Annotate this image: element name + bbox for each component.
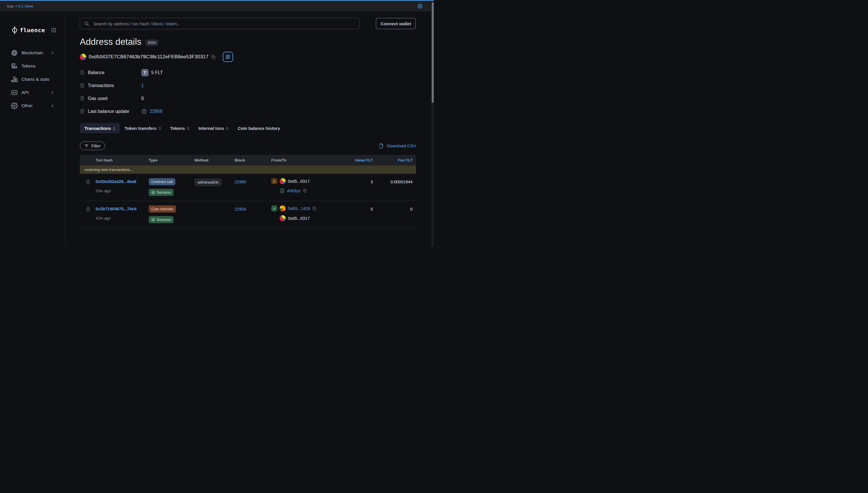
api-icon: API <box>11 89 18 96</box>
to-address-avatar <box>279 215 285 221</box>
col-fee-flt[interactable]: Fee FLT <box>398 158 416 162</box>
txn-type-tag: Contract call <box>149 178 175 185</box>
main-content: Connect wallet Address details EOA 0xd50… <box>65 12 434 245</box>
tab-transactions[interactable]: Transactions 1 <box>80 123 120 133</box>
tab-label: Tokens <box>170 126 185 131</box>
sidebar-item-label: Blockchain <box>22 50 43 56</box>
balance-value: 5 FLT <box>151 70 163 75</box>
svg-text:csv: csv <box>379 147 382 149</box>
block-link[interactable]: 22980 <box>234 179 246 184</box>
info-row-gas-used: Gas used 0 <box>80 92 416 105</box>
tab-label: Internal txns <box>198 126 224 131</box>
tab-count: 0 <box>187 126 189 131</box>
filter-button[interactable]: Filter <box>80 141 105 150</box>
txn-type-tag: Coin transfer <box>149 206 176 213</box>
tab-tokens[interactable]: Tokens 0 <box>166 123 194 133</box>
search-box <box>80 18 360 29</box>
tab-label: Coin balance history <box>238 126 280 131</box>
tx-info-icon[interactable] <box>80 207 92 212</box>
gas-value: < 0.1 Gwei <box>15 4 33 8</box>
gas-used-label: Gas used <box>88 96 107 101</box>
sidebar-item-api[interactable]: API API <box>0 87 65 98</box>
gear-icon <box>11 102 18 109</box>
copy-icon[interactable] <box>303 189 307 193</box>
tx-info-icon[interactable] <box>80 179 92 185</box>
coins-icon <box>11 63 18 69</box>
last-balance-update-label: Last balance update <box>88 109 129 114</box>
transactions-table: Txn hash Type Method Block From/To Value… <box>80 155 416 229</box>
success-check-icon <box>151 191 155 194</box>
topbar: Gas < 0.1 Gwei <box>0 0 434 12</box>
info-hint-icon[interactable] <box>80 70 85 75</box>
txn-status-tag: Success <box>149 189 174 196</box>
table-row: 0x3b71904875...74cb 42m ago Coin transfe… <box>80 201 416 229</box>
sidebar-item-tokens[interactable]: Tokens <box>0 60 65 72</box>
address-avatar <box>80 54 86 60</box>
csv-file-icon: csv <box>378 143 384 149</box>
scrollbar-thumb[interactable] <box>432 2 434 103</box>
copy-address-icon[interactable] <box>211 55 216 60</box>
tab-coin-balance-history[interactable]: Coin balance history <box>233 123 285 133</box>
txn-fee: 0.00001944 <box>390 179 416 184</box>
fluence-logo-icon[interactable] <box>11 26 18 35</box>
txn-value: 3 <box>370 179 373 184</box>
transactions-label: Transactions <box>88 83 114 88</box>
info-hint-icon[interactable] <box>80 83 85 88</box>
tab-label: Transactions <box>84 126 111 131</box>
tab-count: 1 <box>113 126 115 131</box>
block-link[interactable]: 22959 <box>234 207 246 211</box>
tab-label: Token transfers <box>124 126 156 131</box>
txn-method-tag: withdrawEth <box>195 179 222 186</box>
sidebar-item-charts-stats[interactable]: Charts & stats <box>0 73 65 85</box>
connect-wallet-button[interactable]: Connect wallet <box>376 18 416 29</box>
col-method: Method <box>188 158 229 162</box>
gas-tracker[interactable]: Gas < 0.1 Gwei <box>7 4 33 8</box>
from-address-avatar <box>279 178 285 184</box>
search-icon <box>84 21 90 26</box>
tab-bar: Transactions 1 Token transfers 0 Tokens … <box>80 123 416 133</box>
tab-token-transfers[interactable]: Token transfers 0 <box>120 123 166 133</box>
sidebar-item-blockchain[interactable]: Blockchain <box>0 47 65 59</box>
from-address-avatar <box>279 206 285 211</box>
scanning-notice: scanning new transactions... <box>80 166 416 174</box>
block-cube-icon <box>141 109 147 114</box>
tab-count: 0 <box>158 126 161 131</box>
apps-grid-icon[interactable] <box>51 27 56 33</box>
settings-gear-icon[interactable] <box>418 4 422 8</box>
balance-label: Balance <box>88 70 105 75</box>
txn-age: 42m ago <box>96 216 143 220</box>
direction-out-icon <box>271 178 277 184</box>
tab-internal-txns[interactable]: Internal txns 0 <box>194 123 233 133</box>
direction-in-icon <box>271 206 277 211</box>
col-value-flt[interactable]: Value FLT <box>355 158 373 162</box>
info-hint-icon[interactable] <box>80 109 85 114</box>
transactions-count-link[interactable]: 1 <box>141 83 144 88</box>
search-input[interactable] <box>93 21 355 26</box>
txn-hash-link[interactable]: 0x3b71904875...74cb <box>96 207 137 211</box>
to-address: 0xd5...0317 <box>288 216 310 221</box>
table-header-row: Txn hash Type Method Block From/To Value… <box>80 155 416 166</box>
download-csv-label: Download CSV <box>387 143 416 148</box>
address-hash[interactable]: 0xd50437E7CB67463b79C38c112eFEB8ee53F303… <box>89 54 208 60</box>
info-row-transactions: Transactions 1 <box>80 79 416 92</box>
chevron-right-icon <box>50 104 54 108</box>
tab-count: 0 <box>226 126 228 131</box>
info-hint-icon[interactable] <box>80 96 85 101</box>
txn-value: 5 <box>370 207 373 211</box>
copy-icon[interactable] <box>312 206 317 211</box>
sidebar: fluence Blockchain Tokens <box>0 12 65 245</box>
page-title: Address details <box>80 37 141 47</box>
last-balance-update-block-link[interactable]: 22959 <box>150 109 162 114</box>
txn-hash-link[interactable]: 0x03e282a429...4ba8 <box>96 179 136 184</box>
address-type-badge: EOA <box>145 39 158 46</box>
sidebar-item-label: API <box>22 90 29 95</box>
bar-chart-icon <box>11 76 18 83</box>
gas-label: Gas <box>7 4 14 8</box>
fluence-logo-text[interactable]: fluence <box>20 27 45 34</box>
to-address-link[interactable]: ArbSys <box>287 189 300 193</box>
download-csv-link[interactable]: csv Download CSV <box>378 143 416 149</box>
filter-icon <box>84 144 89 148</box>
sidebar-item-other[interactable]: Other <box>0 100 65 111</box>
from-address-link[interactable]: 0xE6...1428 <box>288 206 310 211</box>
qr-code-button[interactable] <box>223 52 233 62</box>
